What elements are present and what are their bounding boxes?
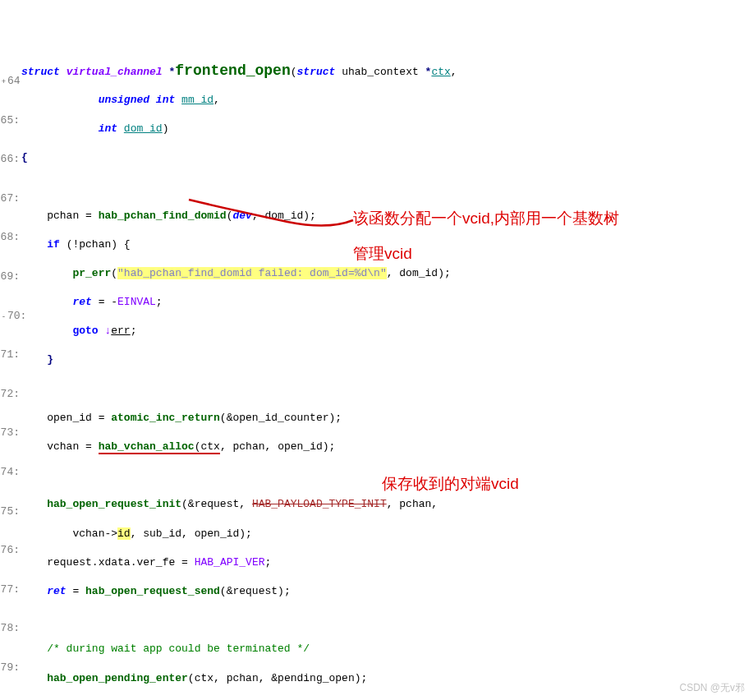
code-line [21, 382, 753, 397]
code-line: /* during wait app could be terminated *… [21, 642, 753, 656]
code-line: if (!pchan) { [21, 237, 753, 252]
line-gutter: +64 65: 66: 67: 68: 69: -70: 71: 72: 73:… [0, 49, 21, 700]
code-line: open_id = atomic_inc_return(&open_id_cou… [21, 411, 753, 426]
line-number: 79: [0, 661, 20, 675]
line-number: 67: [0, 191, 20, 206]
code-line: unsigned int mm_id, [21, 93, 753, 108]
code-line: { [21, 150, 753, 165]
code-line: struct virtual_channel *frontend_open(st… [21, 64, 753, 79]
line-number: 68: [0, 230, 20, 245]
code-line: hab_open_pending_enter(ctx, pchan, &pend… [21, 671, 753, 686]
code-line: goto ↓err; [21, 324, 753, 338]
line-number: 78: [0, 621, 20, 636]
code-line: vchan->id, sub_id, open_id); [21, 527, 753, 541]
line-number: 69: [0, 269, 20, 284]
line-number: 65: [0, 113, 20, 128]
code-line [21, 613, 753, 628]
line-number: 74: [0, 465, 20, 480]
code-line: pr_err("hab_pchan_find_domid failed: dom… [21, 266, 753, 281]
editor-container: +64 65: 66: 67: 68: 69: -70: 71: 72: 73:… [0, 49, 753, 700]
code-line: vchan = hab_vchan_alloc(ctx, pchan, open… [21, 440, 753, 454]
line-number: 76: [0, 543, 20, 558]
line-number: 75: [0, 504, 20, 519]
code-area[interactable]: struct virtual_channel *frontend_open(st… [21, 49, 753, 700]
line-number: 72: [0, 387, 20, 402]
watermark: CSDN @无v邪 [679, 681, 745, 695]
code-line: request.xdata.ver_fe = HAB_API_VER; [21, 555, 753, 570]
code-line [21, 179, 753, 194]
line-number: 77: [0, 583, 20, 597]
code-line: pchan = hab_pchan_find_domid(dev, dom_id… [21, 209, 753, 223]
line-number: 66: [0, 152, 20, 167]
code-line: ret = -EINVAL; [21, 295, 753, 310]
code-line: } [21, 352, 753, 367]
line-number: 73: [0, 426, 20, 440]
code-line: ret = hab_open_request_send(&request); [21, 584, 753, 599]
code-line: int dom_id) [21, 122, 753, 136]
line-number: +64 [0, 74, 20, 89]
line-number: 71: [0, 348, 20, 362]
line-number: -70: [0, 309, 20, 324]
code-line [21, 468, 753, 483]
code-line: hab_open_request_init(&request, HAB_PAYL… [21, 497, 753, 512]
